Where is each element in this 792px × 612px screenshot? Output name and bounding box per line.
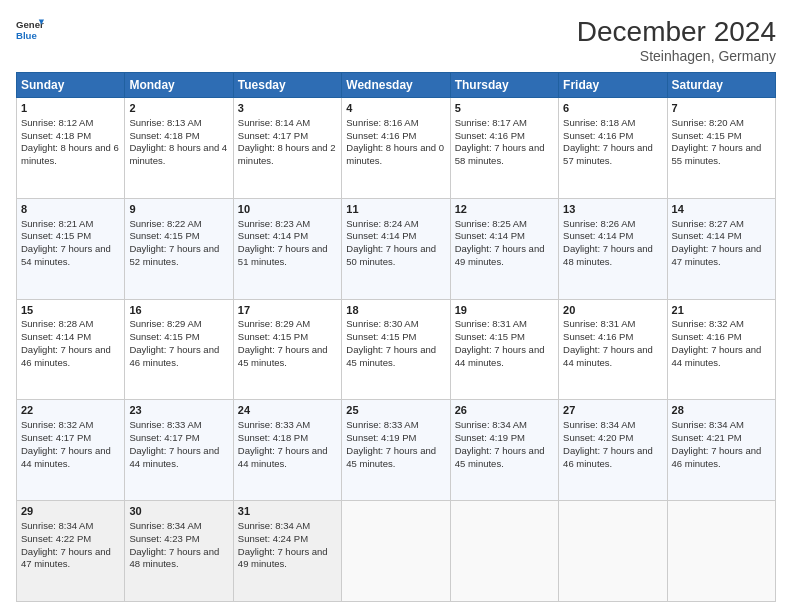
col-header-wednesday: Wednesday <box>342 73 450 98</box>
day-number: 20 <box>563 303 662 318</box>
main-title: December 2024 <box>577 16 776 48</box>
cal-cell <box>342 501 450 602</box>
sunset: Sunset: 4:20 PM <box>563 432 633 443</box>
day-number: 28 <box>672 403 771 418</box>
daylight-label: Daylight: 7 hours and 44 minutes. <box>672 344 762 368</box>
sunset: Sunset: 4:15 PM <box>672 130 742 141</box>
sunset: Sunset: 4:17 PM <box>238 130 308 141</box>
sunset: Sunset: 4:19 PM <box>455 432 525 443</box>
logo: General Blue <box>16 16 44 44</box>
sunrise: Sunrise: 8:33 AM <box>129 419 201 430</box>
daylight-label: Daylight: 7 hours and 44 minutes. <box>21 445 111 469</box>
day-number: 14 <box>672 202 771 217</box>
col-header-monday: Monday <box>125 73 233 98</box>
daylight-label: Daylight: 7 hours and 50 minutes. <box>346 243 436 267</box>
col-header-thursday: Thursday <box>450 73 558 98</box>
sunset: Sunset: 4:14 PM <box>21 331 91 342</box>
sunset: Sunset: 4:15 PM <box>238 331 308 342</box>
daylight-label: Daylight: 7 hours and 46 minutes. <box>129 344 219 368</box>
col-header-sunday: Sunday <box>17 73 125 98</box>
cal-cell: 23Sunrise: 8:33 AMSunset: 4:17 PMDayligh… <box>125 400 233 501</box>
daylight-label: Daylight: 7 hours and 52 minutes. <box>129 243 219 267</box>
day-number: 5 <box>455 101 554 116</box>
sunset: Sunset: 4:16 PM <box>346 130 416 141</box>
cal-cell: 1Sunrise: 8:12 AMSunset: 4:18 PMDaylight… <box>17 98 125 199</box>
sunrise: Sunrise: 8:30 AM <box>346 318 418 329</box>
day-number: 4 <box>346 101 445 116</box>
daylight-label: Daylight: 7 hours and 57 minutes. <box>563 142 653 166</box>
day-number: 27 <box>563 403 662 418</box>
sunrise: Sunrise: 8:29 AM <box>129 318 201 329</box>
day-number: 22 <box>21 403 120 418</box>
cal-cell: 15Sunrise: 8:28 AMSunset: 4:14 PMDayligh… <box>17 299 125 400</box>
sunrise: Sunrise: 8:34 AM <box>129 520 201 531</box>
sunrise: Sunrise: 8:31 AM <box>563 318 635 329</box>
sunset: Sunset: 4:17 PM <box>129 432 199 443</box>
sunrise: Sunrise: 8:22 AM <box>129 218 201 229</box>
cal-cell: 13Sunrise: 8:26 AMSunset: 4:14 PMDayligh… <box>559 198 667 299</box>
sunset: Sunset: 4:16 PM <box>563 130 633 141</box>
daylight-label: Daylight: 7 hours and 44 minutes. <box>563 344 653 368</box>
day-number: 1 <box>21 101 120 116</box>
sunrise: Sunrise: 8:32 AM <box>672 318 744 329</box>
daylight-label: Daylight: 7 hours and 49 minutes. <box>455 243 545 267</box>
sunrise: Sunrise: 8:12 AM <box>21 117 93 128</box>
sunrise: Sunrise: 8:21 AM <box>21 218 93 229</box>
sunrise: Sunrise: 8:32 AM <box>21 419 93 430</box>
day-number: 11 <box>346 202 445 217</box>
day-number: 8 <box>21 202 120 217</box>
day-number: 31 <box>238 504 337 519</box>
daylight-label: Daylight: 8 hours and 0 minutes. <box>346 142 444 166</box>
daylight-label: Daylight: 7 hours and 58 minutes. <box>455 142 545 166</box>
week-row-3: 15Sunrise: 8:28 AMSunset: 4:14 PMDayligh… <box>17 299 776 400</box>
sunset: Sunset: 4:16 PM <box>455 130 525 141</box>
daylight-label: Daylight: 7 hours and 47 minutes. <box>21 546 111 570</box>
col-header-friday: Friday <box>559 73 667 98</box>
daylight-label: Daylight: 8 hours and 2 minutes. <box>238 142 336 166</box>
cal-cell: 8Sunrise: 8:21 AMSunset: 4:15 PMDaylight… <box>17 198 125 299</box>
daylight-label: Daylight: 7 hours and 49 minutes. <box>238 546 328 570</box>
sunset: Sunset: 4:24 PM <box>238 533 308 544</box>
daylight-label: Daylight: 7 hours and 51 minutes. <box>238 243 328 267</box>
cal-cell: 24Sunrise: 8:33 AMSunset: 4:18 PMDayligh… <box>233 400 341 501</box>
daylight-label: Daylight: 7 hours and 44 minutes. <box>455 344 545 368</box>
sunrise: Sunrise: 8:23 AM <box>238 218 310 229</box>
week-row-4: 22Sunrise: 8:32 AMSunset: 4:17 PMDayligh… <box>17 400 776 501</box>
cal-cell: 11Sunrise: 8:24 AMSunset: 4:14 PMDayligh… <box>342 198 450 299</box>
sunset: Sunset: 4:21 PM <box>672 432 742 443</box>
sunrise: Sunrise: 8:33 AM <box>238 419 310 430</box>
sunrise: Sunrise: 8:31 AM <box>455 318 527 329</box>
daylight-label: Daylight: 7 hours and 48 minutes. <box>129 546 219 570</box>
sunset: Sunset: 4:15 PM <box>455 331 525 342</box>
daylight-label: Daylight: 7 hours and 45 minutes. <box>238 344 328 368</box>
day-number: 18 <box>346 303 445 318</box>
day-number: 13 <box>563 202 662 217</box>
day-number: 10 <box>238 202 337 217</box>
sunset: Sunset: 4:15 PM <box>21 230 91 241</box>
sunrise: Sunrise: 8:27 AM <box>672 218 744 229</box>
daylight-label: Daylight: 7 hours and 46 minutes. <box>21 344 111 368</box>
day-number: 12 <box>455 202 554 217</box>
day-number: 23 <box>129 403 228 418</box>
cal-cell: 19Sunrise: 8:31 AMSunset: 4:15 PMDayligh… <box>450 299 558 400</box>
sunrise: Sunrise: 8:28 AM <box>21 318 93 329</box>
cal-cell: 28Sunrise: 8:34 AMSunset: 4:21 PMDayligh… <box>667 400 775 501</box>
daylight-label: Daylight: 7 hours and 48 minutes. <box>563 243 653 267</box>
cal-cell: 27Sunrise: 8:34 AMSunset: 4:20 PMDayligh… <box>559 400 667 501</box>
day-number: 3 <box>238 101 337 116</box>
sunrise: Sunrise: 8:34 AM <box>563 419 635 430</box>
cal-cell <box>667 501 775 602</box>
sunset: Sunset: 4:14 PM <box>238 230 308 241</box>
sunrise: Sunrise: 8:20 AM <box>672 117 744 128</box>
sunrise: Sunrise: 8:33 AM <box>346 419 418 430</box>
sunrise: Sunrise: 8:34 AM <box>238 520 310 531</box>
page: General Blue December 2024 Steinhagen, G… <box>0 0 792 612</box>
sunset: Sunset: 4:14 PM <box>563 230 633 241</box>
daylight-label: Daylight: 7 hours and 45 minutes. <box>346 445 436 469</box>
col-header-saturday: Saturday <box>667 73 775 98</box>
cal-cell: 7Sunrise: 8:20 AMSunset: 4:15 PMDaylight… <box>667 98 775 199</box>
cal-cell: 29Sunrise: 8:34 AMSunset: 4:22 PMDayligh… <box>17 501 125 602</box>
sunset: Sunset: 4:22 PM <box>21 533 91 544</box>
cal-cell: 10Sunrise: 8:23 AMSunset: 4:14 PMDayligh… <box>233 198 341 299</box>
day-number: 19 <box>455 303 554 318</box>
